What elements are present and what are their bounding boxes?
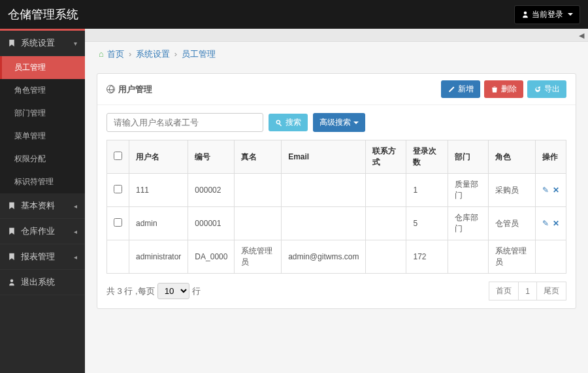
- row-checkbox[interactable]: [114, 218, 122, 227]
- breadcrumb-l1[interactable]: 系统设置: [136, 49, 170, 59]
- advanced-search-button[interactable]: 高级搜索: [313, 113, 365, 132]
- chevron-down-icon: [353, 122, 359, 124]
- pager-last[interactable]: 尾页: [537, 282, 566, 300]
- bookmark-icon: [8, 227, 16, 235]
- cell-email: [282, 207, 366, 240]
- main-content: ⌂ 首页 › 系统设置 › 员工管理 用户管理 新增: [85, 42, 588, 373]
- col-op: 操作: [535, 140, 566, 174]
- cell-dept: 仓库部门: [448, 207, 489, 240]
- nav-item-identifiers[interactable]: 标识符管理: [0, 170, 85, 193]
- cell-op: ✎✕: [535, 207, 566, 240]
- breadcrumb-l2[interactable]: 员工管理: [182, 49, 216, 59]
- nav-item-staff[interactable]: 员工管理: [0, 56, 85, 79]
- sidebar-collapse-toggle[interactable]: ◀: [85, 29, 588, 42]
- cell-role: 系统管理员: [489, 240, 536, 274]
- cell-realname: 系统管理员: [235, 240, 282, 274]
- cell-username: admin: [129, 207, 188, 240]
- breadcrumb-home[interactable]: 首页: [107, 49, 124, 59]
- cell-contact: [366, 174, 406, 207]
- bookmark-icon: [8, 253, 16, 261]
- search-button[interactable]: 搜索: [269, 114, 308, 131]
- cell-code: 000001: [188, 207, 235, 240]
- cell-logins: 172: [406, 240, 448, 274]
- pager-page-1[interactable]: 1: [519, 282, 537, 300]
- select-all-checkbox[interactable]: [114, 152, 122, 160]
- col-username: 用户名: [129, 140, 188, 174]
- cell-realname: [235, 207, 282, 240]
- app-brand: 仓储管理系统: [8, 7, 78, 22]
- nav-group-label: 基本资料: [21, 200, 55, 212]
- col-logins: 登录次数: [406, 140, 448, 174]
- delete-button[interactable]: 删除: [484, 80, 523, 98]
- bookmark-icon: [8, 39, 16, 47]
- col-email: Email: [282, 140, 366, 174]
- cell-code: DA_0000: [188, 240, 235, 274]
- cell-contact: [366, 240, 406, 274]
- table-row: admin0000015仓库部门仓管员✎✕: [107, 207, 566, 240]
- globe-icon: [106, 85, 115, 93]
- row-checkbox[interactable]: [114, 185, 122, 193]
- user-table: 用户名 编号 真名 Email 联系方式 登录次数 部门 角色 操作 11100…: [106, 140, 566, 274]
- login-label: 当前登录: [532, 9, 563, 20]
- delete-icon[interactable]: ✕: [553, 186, 559, 195]
- cell-dept: 质量部门: [448, 174, 489, 207]
- user-icon: [8, 278, 16, 286]
- chevron-left-icon: ◂: [74, 203, 77, 210]
- cell-code: 000002: [188, 174, 235, 207]
- user-icon: [521, 10, 529, 18]
- sidebar: 系统设置 ▾ 员工管理 角色管理 部门管理 菜单管理 权限分配 标识符管理 基本…: [0, 29, 85, 373]
- pager-first[interactable]: 首页: [489, 282, 519, 300]
- bookmark-icon: [8, 202, 16, 210]
- col-realname: 真名: [235, 140, 282, 174]
- cell-logins: 1: [406, 174, 448, 207]
- cell-dept: [448, 240, 489, 274]
- trash-icon: [491, 86, 498, 93]
- nav-item-menus[interactable]: 菜单管理: [0, 125, 85, 148]
- table-row: administratorDA_0000系统管理员admin@gitwms.co…: [107, 240, 566, 274]
- cell-email: [282, 174, 366, 207]
- add-button[interactable]: 新增: [441, 80, 480, 98]
- cell-contact: [366, 207, 406, 240]
- chevron-down-icon: ▾: [74, 40, 77, 47]
- cell-role: 采购员: [489, 174, 536, 207]
- chevron-down-icon: [568, 13, 573, 16]
- chevron-left-icon: ◂: [74, 228, 77, 235]
- refresh-icon: [534, 86, 542, 93]
- current-login-button[interactable]: 当前登录: [514, 5, 580, 24]
- nav-group-reports[interactable]: 报表管理 ◂: [0, 244, 85, 270]
- nav-logout[interactable]: 退出系统: [0, 270, 85, 295]
- nav-item-permissions[interactable]: 权限分配: [0, 148, 85, 170]
- col-role: 角色: [489, 140, 536, 174]
- nav-group-label: 报表管理: [21, 251, 55, 263]
- col-code: 编号: [188, 140, 235, 174]
- cell-op: [535, 240, 566, 274]
- cell-role: 仓管员: [489, 207, 536, 240]
- chevron-left-icon: ◂: [74, 253, 77, 261]
- nav-group-system-settings[interactable]: 系统设置 ▾: [0, 31, 85, 56]
- nav-group-label: 系统设置: [21, 37, 55, 49]
- col-contact: 联系方式: [366, 140, 406, 174]
- edit-icon[interactable]: ✎: [542, 186, 549, 195]
- edit-icon[interactable]: ✎: [542, 219, 549, 228]
- cell-email: admin@gitwms.com: [282, 240, 366, 274]
- export-button[interactable]: 导出: [527, 80, 566, 98]
- pager-info: 共 3 行 ,每页 10 行: [106, 283, 201, 299]
- search-input[interactable]: [106, 113, 263, 132]
- panel-title: 用户管理: [106, 84, 152, 95]
- col-dept: 部门: [448, 140, 489, 174]
- delete-icon[interactable]: ✕: [553, 219, 559, 228]
- cell-op: ✎✕: [535, 174, 566, 207]
- cell-realname: [235, 174, 282, 207]
- search-icon: [275, 119, 283, 127]
- nav-item-roles[interactable]: 角色管理: [0, 79, 85, 102]
- nav-group-warehouse-ops[interactable]: 仓库作业 ◂: [0, 219, 85, 244]
- nav-item-departments[interactable]: 部门管理: [0, 102, 85, 125]
- nav-group-basic-info[interactable]: 基本资料 ◂: [0, 193, 85, 219]
- nav-group-label: 仓库作业: [21, 225, 55, 237]
- nav-logout-label: 退出系统: [21, 276, 55, 288]
- cell-logins: 5: [406, 207, 448, 240]
- cell-username: administrator: [129, 240, 188, 274]
- pagesize-select[interactable]: 10: [157, 283, 189, 299]
- pencil-icon: [448, 86, 455, 93]
- cell-username: 111: [129, 174, 188, 207]
